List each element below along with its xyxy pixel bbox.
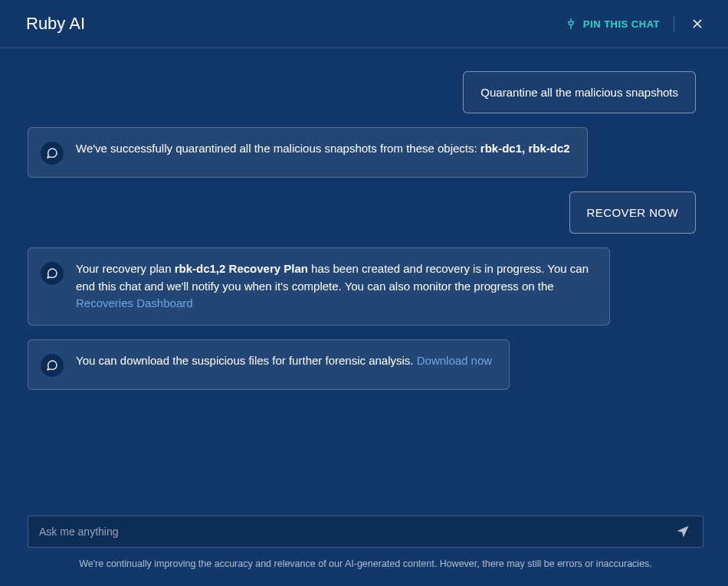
ai-message-text: You can download the suspicious files fo…: [76, 352, 492, 377]
user-message: RECOVER NOW: [569, 192, 696, 234]
composer: [28, 516, 703, 548]
user-message-text: RECOVER NOW: [587, 206, 678, 219]
ai-message: We've successfully quarantined all the m…: [28, 127, 588, 178]
send-button[interactable]: [672, 521, 694, 542]
ai-avatar: [41, 142, 64, 165]
pin-icon: [565, 18, 577, 30]
close-button[interactable]: [688, 15, 707, 33]
header-actions: PIN THIS CHAT: [565, 15, 707, 33]
chat-header: Ruby AI PIN THIS CHAT: [0, 0, 728, 48]
ai-message-text: We've successfully quarantined all the m…: [76, 140, 570, 165]
recoveries-dashboard-link[interactable]: Recoveries Dashboard: [76, 296, 193, 309]
chat-input[interactable]: [39, 525, 672, 538]
download-now-link[interactable]: Download now: [417, 354, 492, 367]
ai-message: Your recovery plan rbk-dc1,2 Recovery Pl…: [28, 247, 610, 326]
ai-message: You can download the suspicious files fo…: [28, 339, 510, 390]
chat-scroll-area[interactable]: Quarantine all the malicious snapshots W…: [0, 48, 728, 516]
user-message-text: Quarantine all the malicious snapshots: [480, 86, 678, 99]
divider: [674, 15, 674, 32]
ai-avatar: [41, 354, 64, 377]
ai-message-text: Your recovery plan rbk-dc1,2 Recovery Pl…: [76, 260, 592, 313]
user-message: Quarantine all the malicious snapshots: [463, 71, 696, 113]
pin-chat-label: PIN THIS CHAT: [583, 18, 660, 30]
ai-avatar: [41, 262, 64, 285]
disclaimer-text: We're continually improving the accuracy…: [28, 558, 703, 569]
pin-chat-button[interactable]: PIN THIS CHAT: [565, 18, 660, 30]
composer-area: We're continually improving the accuracy…: [0, 516, 728, 586]
page-title: Ruby AI: [26, 14, 85, 34]
